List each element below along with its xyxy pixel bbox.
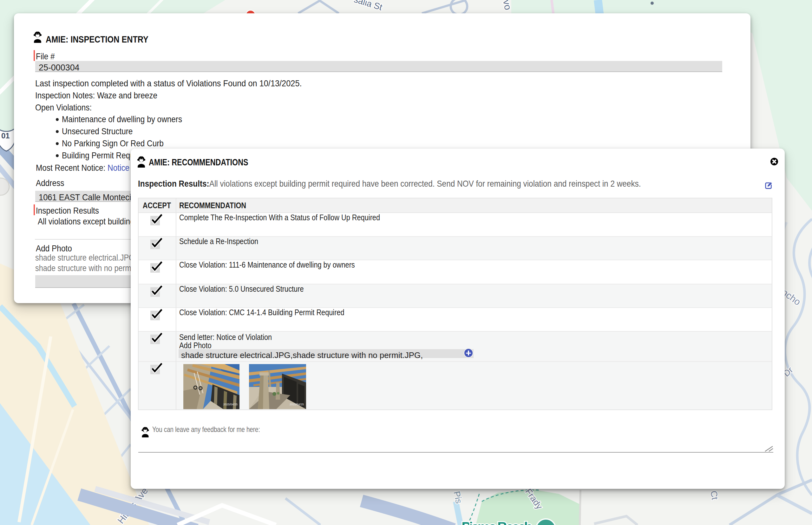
svg-text:Pismo Beach: Pismo Beach: [462, 519, 533, 525]
svg-text:01: 01: [1, 131, 10, 140]
svg-text:2025/04/25: 2025/04/25: [290, 403, 304, 406]
svg-text:Ct: Ct: [708, 490, 720, 500]
svg-text:2025/04/25: 2025/04/25: [223, 403, 238, 406]
